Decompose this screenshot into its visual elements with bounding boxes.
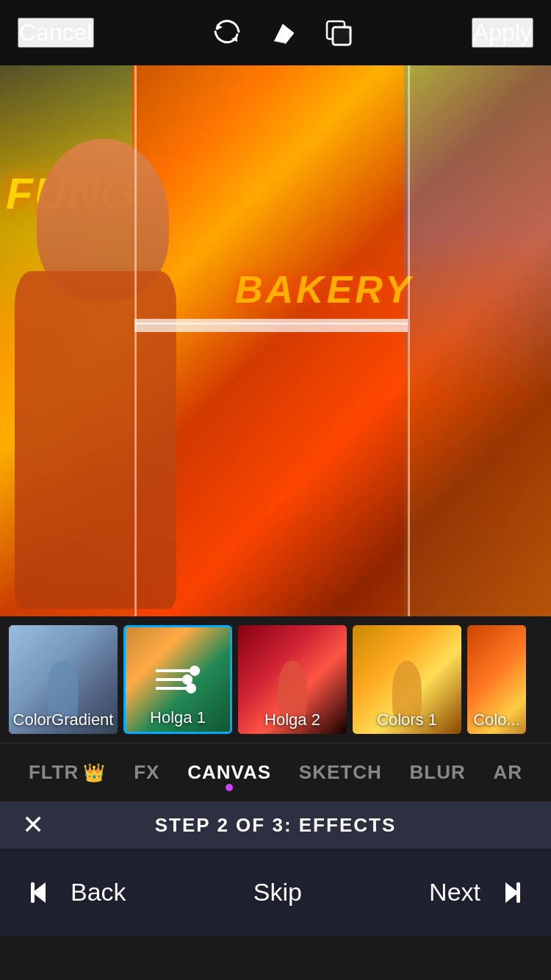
cancel-button[interactable]: Cancel — [18, 18, 94, 48]
next-skip-icon — [489, 876, 522, 909]
back-label: Back — [71, 878, 126, 907]
filter-strip: ColorGradient Holga 1 Holga 2 Colors 1 — [0, 616, 551, 743]
image-canvas: FUNG BAKERY — [0, 65, 551, 616]
filter-colors1[interactable]: Colors 1 — [353, 625, 461, 734]
tab-ar-label: AR — [494, 761, 523, 784]
filter-holga2-label: Holga 2 — [238, 710, 347, 729]
refresh-icon[interactable] — [211, 17, 243, 49]
filter-colors1-label: Colors 1 — [353, 710, 461, 729]
category-tabs: FLTR 👑 FX CANVAS SKETCH BLUR AR — [0, 743, 551, 801]
step-text: STEP 2 OF 3: EFFECTS — [155, 814, 396, 837]
filter-holga1[interactable]: Holga 1 — [123, 625, 232, 734]
eraser-icon[interactable] — [267, 17, 299, 49]
tab-canvas-label: CANVAS — [187, 761, 271, 784]
svg-rect-8 — [516, 882, 520, 903]
back-button[interactable]: Back — [29, 876, 126, 909]
layers-icon[interactable] — [323, 17, 355, 49]
active-dot-indicator — [226, 784, 233, 791]
next-button[interactable]: Next — [429, 876, 522, 909]
tab-fx-label: FX — [134, 761, 159, 784]
tab-sketch-label: SKETCH — [299, 761, 382, 784]
next-label: Next — [429, 878, 480, 907]
filter-colors2[interactable]: Colo... — [467, 625, 526, 734]
step-bar: ✕ STEP 2 OF 3: EFFECTS — [0, 801, 551, 849]
tab-sketch[interactable]: SKETCH — [299, 761, 382, 784]
tab-ar[interactable]: AR — [494, 761, 523, 784]
filter-holga1-label: Holga 1 — [126, 708, 230, 727]
tab-fx[interactable]: FX — [134, 761, 159, 784]
svg-rect-3 — [333, 27, 350, 45]
filter-colorgradient[interactable]: ColorGradient — [9, 625, 118, 734]
filter-colorgradient-label: ColorGradient — [9, 710, 118, 729]
skip-label: Skip — [253, 878, 302, 906]
tab-blur[interactable]: BLUR — [410, 761, 466, 784]
bakery-overlay: BAKERY — [235, 267, 414, 311]
back-skip-icon — [29, 876, 62, 909]
filter-holga2[interactable]: Holga 2 — [238, 625, 347, 734]
top-bar: Cancel Apply — [0, 0, 551, 65]
tab-fltr-label: FLTR — [29, 761, 79, 784]
tab-blur-label: BLUR — [410, 761, 466, 784]
glitch-line-1 — [134, 65, 137, 616]
skip-button[interactable]: Skip — [253, 878, 302, 907]
filter-colors2-label: Colo... — [467, 710, 526, 729]
tab-canvas[interactable]: CANVAS — [187, 761, 271, 784]
highlight-bar — [134, 319, 408, 332]
svg-rect-6 — [31, 882, 35, 903]
toolbar-center — [211, 17, 355, 49]
apply-button[interactable]: Apply — [472, 18, 533, 48]
tab-fltr[interactable]: FLTR 👑 — [29, 761, 107, 784]
glitch-line-2 — [408, 65, 410, 616]
bottom-nav: Back Skip Next — [0, 849, 551, 936]
crown-icon: 👑 — [83, 763, 106, 783]
close-step-button[interactable]: ✕ — [22, 810, 44, 840]
